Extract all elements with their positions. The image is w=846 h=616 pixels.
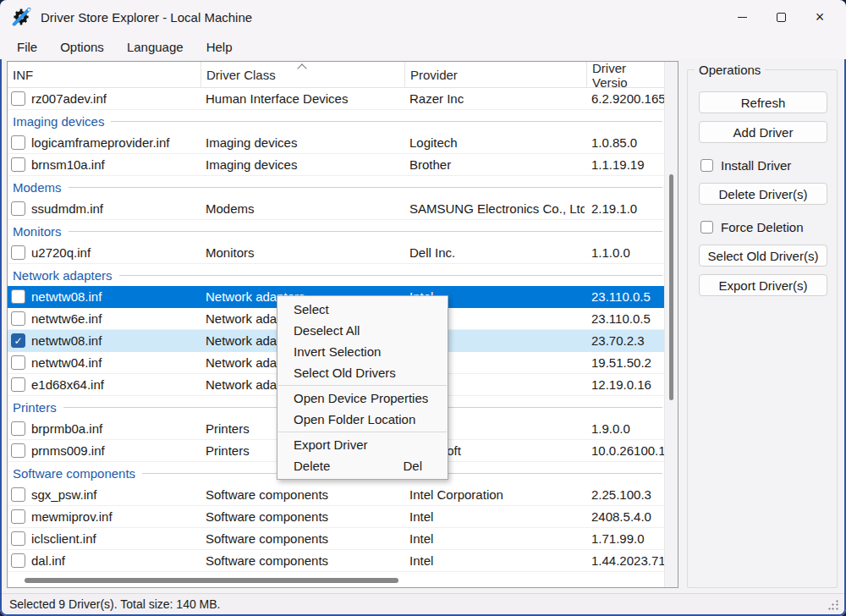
column-header-provider[interactable]: Provider — [404, 62, 586, 88]
cell-provider: Intel — [409, 550, 585, 571]
table-row[interactable]: mewmiprov.infSoftware componentsIntel240… — [8, 506, 664, 528]
group-header: Imaging devices — [8, 110, 664, 132]
close-button[interactable]: × — [800, 0, 839, 34]
cell-inf: ssudmdm.inf — [31, 198, 199, 219]
table-row[interactable]: dal.infSoftware componentsIntel1.44.2023… — [8, 550, 664, 572]
cell-provider: Intel Corporation — [409, 484, 585, 505]
row-checkbox[interactable] — [11, 289, 25, 304]
context-menu-separator — [278, 385, 447, 386]
row-checkbox[interactable] — [11, 135, 25, 150]
column-header-driver-version[interactable]: Driver Versio — [586, 62, 664, 88]
minimize-icon — [738, 17, 747, 18]
group-label: Imaging devices — [13, 114, 104, 129]
checkbox-box[interactable] — [700, 221, 713, 234]
operations-controls: RefreshAdd DriverInstall DriverDelete Dr… — [699, 91, 827, 304]
cell-version: 1.1.0.0 — [591, 242, 664, 263]
context-menu-item-label: Export Driver — [294, 437, 368, 452]
cell-inf: netwtw08.inf — [31, 330, 199, 351]
table-row[interactable]: sgx_psw.infSoftware componentsIntel Corp… — [8, 484, 664, 506]
minimize-button[interactable] — [722, 0, 761, 34]
column-header-inf[interactable]: INF — [8, 62, 201, 88]
add-driver-button[interactable]: Add Driver — [699, 121, 827, 143]
table-row[interactable]: iclsclient.infSoftware componentsIntel1.… — [8, 528, 664, 550]
vertical-scrollbar[interactable] — [664, 62, 678, 587]
row-checkbox[interactable] — [11, 91, 25, 106]
cell-driver_class: Software components — [206, 528, 403, 549]
context-menu-item-invert-selection[interactable]: Invert Selection — [277, 341, 448, 362]
context-menu-item-delete[interactable]: DeleteDel — [277, 455, 448, 476]
context-menu: SelectDeselect AllInvert SelectionSelect… — [277, 295, 448, 480]
row-checkbox[interactable] — [11, 509, 25, 524]
vertical-scrollbar-thumb[interactable] — [669, 174, 673, 400]
cell-inf: rz007adev.inf — [31, 88, 199, 109]
refresh-button[interactable]: Refresh — [699, 91, 827, 113]
table-row[interactable]: brnsm10a.infImaging devicesBrother1.1.19… — [8, 154, 664, 176]
cell-version: 2.19.1.0 — [591, 198, 664, 219]
context-menu-item-open-device-properties[interactable]: Open Device Properties — [277, 388, 448, 409]
cell-provider: Dell Inc. — [409, 242, 585, 263]
row-checkbox[interactable] — [11, 377, 25, 392]
cell-driver_class: Software components — [206, 484, 403, 505]
context-menu-item-select[interactable]: Select — [277, 299, 448, 320]
install-driver-checkbox[interactable]: Install Driver — [700, 157, 827, 173]
export-drivers-button[interactable]: Export Driver(s) — [699, 274, 827, 296]
row-checkbox[interactable] — [11, 355, 25, 370]
cell-inf: iclsclient.inf — [31, 528, 199, 549]
horizontal-scrollbar[interactable] — [8, 575, 664, 586]
row-checkbox[interactable] — [11, 487, 25, 502]
row-checkbox[interactable] — [11, 201, 25, 216]
menu-item-help[interactable]: Help — [206, 40, 233, 54]
row-checkbox[interactable] — [11, 553, 25, 568]
table-row[interactable]: u2720q.infMonitorsDell Inc.1.1.0.0 — [8, 242, 664, 264]
table-row[interactable]: ssudmdm.infModemsSAMSUNG Electronics Co.… — [8, 198, 664, 220]
checkbox-box[interactable] — [700, 159, 713, 172]
group-label: Software components — [13, 466, 135, 481]
row-checkbox[interactable] — [11, 157, 25, 172]
cell-provider: Logitech — [409, 132, 585, 153]
table-row[interactable]: logicamframeprovider.infImaging devicesL… — [8, 132, 664, 154]
row-checkbox[interactable] — [11, 531, 25, 546]
maximize-button[interactable] — [761, 0, 800, 34]
context-menu-item-select-old-drivers[interactable]: Select Old Drivers — [277, 362, 448, 383]
context-menu-item-label: Open Device Properties — [294, 391, 428, 405]
status-bar: Selected 9 Driver(s). Total size: 140 MB… — [2, 593, 844, 614]
context-menu-item-label: Deselect All — [294, 323, 360, 338]
row-checkbox[interactable] — [11, 443, 25, 458]
delete-drivers-button[interactable]: Delete Driver(s) — [699, 183, 827, 205]
operations-panel: Operations RefreshAdd DriverInstall Driv… — [687, 69, 838, 588]
group-header: Network adapters — [8, 264, 664, 286]
context-menu-item-deselect-all[interactable]: Deselect All — [277, 320, 448, 341]
row-checkbox[interactable] — [11, 311, 25, 326]
cell-version: 1.0.85.0 — [591, 132, 664, 153]
cell-provider: SAMSUNG Electronics Co., Ltd. — [409, 198, 585, 219]
cell-version: 2.25.100.3 — [591, 484, 664, 505]
cell-inf: u2720q.inf — [31, 242, 199, 263]
group-label: Printers — [13, 400, 57, 415]
cell-inf: sgx_psw.inf — [31, 484, 199, 505]
row-checkbox-checked[interactable] — [11, 333, 25, 348]
select-old-drivers-button[interactable]: Select Old Driver(s) — [699, 245, 827, 267]
context-menu-item-shortcut: Del — [403, 459, 437, 473]
cell-driver_class: Modems — [206, 198, 403, 219]
resize-grip[interactable] — [828, 600, 838, 610]
menu-item-language[interactable]: Language — [127, 40, 184, 54]
force-deletion-checkbox[interactable]: Force Deletion — [700, 219, 827, 234]
table-row[interactable]: rz007adev.infHuman Interface DevicesRaze… — [8, 88, 664, 110]
cell-inf: logicamframeprovider.inf — [31, 132, 199, 153]
context-menu-item-open-folder-location[interactable]: Open Folder Location — [277, 409, 448, 430]
menu-item-file[interactable]: File — [17, 40, 37, 54]
cell-version: 1.9.0.0 — [591, 418, 664, 439]
cell-inf: brnsm10a.inf — [31, 154, 199, 175]
row-checkbox[interactable] — [11, 421, 25, 436]
row-checkbox[interactable] — [11, 245, 25, 260]
cell-version: 23.110.0.5 — [591, 308, 664, 329]
cell-version: 23.110.0.5 — [591, 286, 664, 307]
context-menu-item-export-driver[interactable]: Export Driver — [277, 434, 448, 455]
window-controls: × — [722, 0, 839, 34]
close-icon: × — [816, 9, 825, 25]
horizontal-scrollbar-thumb[interactable] — [25, 578, 398, 583]
menu-item-options[interactable]: Options — [60, 40, 104, 54]
maximize-icon — [777, 13, 786, 22]
menu-bar: FileOptionsLanguageHelp — [0, 34, 846, 59]
operations-panel-title: Operations — [695, 63, 765, 77]
